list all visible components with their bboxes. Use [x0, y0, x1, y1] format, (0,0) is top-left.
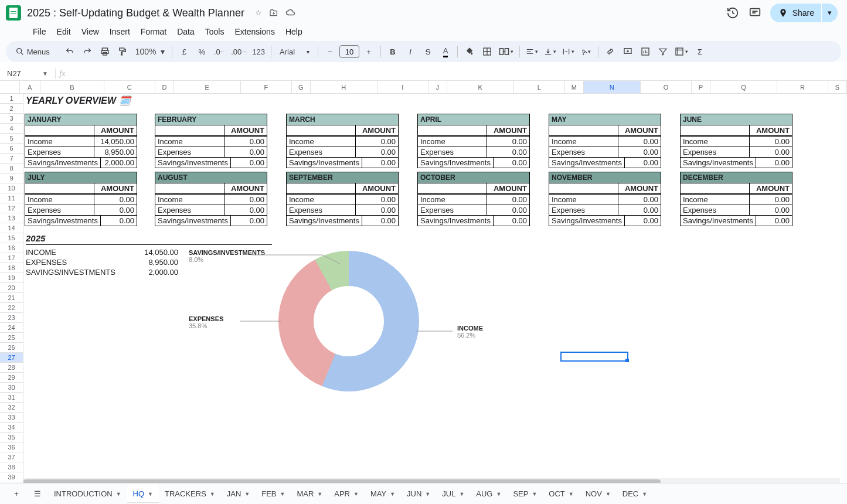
sheet-tab-sep[interactable]: SEP▼ — [507, 485, 543, 485]
row-header-27[interactable]: 27 — [0, 353, 23, 363]
row-header-32[interactable]: 32 — [0, 403, 23, 413]
search-menus[interactable]: Menus — [13, 43, 52, 60]
row-header-26[interactable]: 26 — [0, 343, 23, 353]
font-select[interactable]: Arial▾ — [275, 43, 314, 60]
font-size-input[interactable]: 10 — [339, 45, 359, 58]
sheet-tab-mar[interactable]: MAR▼ — [291, 485, 328, 485]
col-header-P[interactable]: P — [692, 81, 710, 93]
name-box[interactable]: N27 — [5, 69, 39, 78]
sheet-tab-aug[interactable]: AUG▼ — [470, 485, 507, 485]
link-button[interactable] — [602, 43, 618, 60]
row-header-10[interactable]: 10 — [0, 183, 23, 193]
row-header-1[interactable]: 1 — [0, 94, 23, 104]
menu-file[interactable]: File — [28, 25, 51, 39]
row-header-30[interactable]: 30 — [0, 383, 23, 393]
col-header-D[interactable]: D — [155, 81, 174, 93]
row-header-18[interactable]: 18 — [0, 263, 23, 273]
col-header-F[interactable]: F — [241, 81, 292, 93]
row-header-22[interactable]: 22 — [0, 303, 23, 313]
row-header-6[interactable]: 6 — [0, 144, 23, 154]
row-header-9[interactable]: 9 — [0, 173, 23, 183]
row-header-5[interactable]: 5 — [0, 134, 23, 144]
sheet-tab-hq[interactable]: HQ▼ — [127, 485, 159, 485]
col-header-I[interactable]: I — [377, 81, 428, 93]
sheet-tab-oct[interactable]: OCT▼ — [543, 485, 579, 485]
merge-button[interactable]: ▾ — [496, 43, 516, 60]
row-header-25[interactable]: 25 — [0, 333, 23, 343]
bold-button[interactable]: B — [385, 43, 401, 60]
fill-color-button[interactable] — [461, 43, 478, 60]
more-formats-button[interactable]: 123 — [250, 43, 267, 60]
add-sheet-button[interactable]: + — [6, 483, 27, 486]
row-header-38[interactable]: 38 — [0, 462, 23, 472]
col-header-O[interactable]: O — [641, 81, 692, 93]
col-header-E[interactable]: E — [174, 81, 241, 93]
row-header-2[interactable]: 2 — [0, 104, 23, 114]
sheet-tab-jan[interactable]: JAN▼ — [221, 485, 256, 485]
decrease-decimal-button[interactable]: .0← — [211, 43, 227, 60]
row-header-16[interactable]: 16 — [0, 243, 23, 253]
col-header-R[interactable]: R — [777, 81, 828, 93]
rotate-button[interactable]: A▾ — [578, 43, 594, 60]
share-button[interactable]: Share — [770, 4, 821, 22]
col-header-C[interactable]: C — [104, 81, 155, 93]
name-box-caret[interactable]: ▼ — [39, 70, 52, 77]
decrease-font-button[interactable]: − — [322, 43, 338, 60]
sheets-logo[interactable] — [6, 5, 21, 21]
increase-font-button[interactable]: + — [360, 43, 377, 60]
col-header-Q[interactable]: Q — [710, 81, 777, 93]
strikethrough-button[interactable]: S — [420, 43, 436, 60]
sheet-tab-dec[interactable]: DEC▼ — [617, 485, 653, 485]
sheet-tab-apr[interactable]: APR▼ — [328, 485, 365, 485]
filter-button[interactable] — [655, 43, 671, 60]
sheet-tab-feb[interactable]: FEB▼ — [256, 485, 291, 485]
row-header-17[interactable]: 17 — [0, 253, 23, 263]
row-header-23[interactable]: 23 — [0, 313, 23, 323]
menu-tools[interactable]: Tools — [200, 25, 229, 39]
row-header-31[interactable]: 31 — [0, 393, 23, 403]
zoom-select[interactable]: 100% ▾ — [132, 43, 169, 60]
increase-decimal-button[interactable]: .00→ — [229, 43, 249, 60]
row-header-19[interactable]: 19 — [0, 273, 23, 283]
move-icon[interactable] — [269, 8, 278, 18]
menu-format[interactable]: Format — [136, 25, 171, 39]
row-header-13[interactable]: 13 — [0, 213, 23, 223]
star-icon[interactable]: ☆ — [255, 8, 262, 18]
sheet-tab-trackers[interactable]: TRACKERS▼ — [159, 485, 221, 485]
menu-extensions[interactable]: Extensions — [230, 25, 279, 39]
all-sheets-button[interactable]: ☰ — [27, 483, 48, 486]
history-icon[interactable] — [726, 6, 740, 20]
menu-data[interactable]: Data — [172, 25, 199, 39]
share-caret[interactable]: ▾ — [822, 4, 838, 22]
row-header-4[interactable]: 4 — [0, 124, 23, 134]
col-header-J[interactable]: J — [428, 81, 447, 93]
sheet-tab-jun[interactable]: JUN▼ — [401, 485, 436, 485]
row-header-12[interactable]: 12 — [0, 203, 23, 213]
sheet-tab-may[interactable]: MAY▼ — [365, 485, 401, 485]
menu-view[interactable]: View — [77, 25, 104, 39]
menu-insert[interactable]: Insert — [105, 25, 135, 39]
functions-button[interactable]: Σ — [692, 43, 708, 60]
col-header-S[interactable]: S — [828, 81, 847, 93]
redo-button[interactable] — [79, 43, 96, 60]
print-button[interactable] — [97, 43, 113, 60]
comment-icon[interactable] — [748, 6, 762, 20]
cloud-icon[interactable] — [285, 8, 296, 18]
row-header-29[interactable]: 29 — [0, 373, 23, 383]
col-header-K[interactable]: K — [447, 81, 514, 93]
undo-button[interactable] — [62, 43, 78, 60]
borders-button[interactable] — [479, 43, 495, 60]
insert-comment-button[interactable] — [620, 43, 636, 60]
row-header-21[interactable]: 21 — [0, 293, 23, 303]
menu-edit[interactable]: Edit — [52, 25, 76, 39]
text-color-button[interactable]: A — [437, 43, 454, 60]
currency-button[interactable]: £ — [176, 43, 192, 60]
row-header-35[interactable]: 35 — [0, 433, 23, 442]
filter-views-button[interactable]: ▾ — [672, 43, 690, 60]
row-header-11[interactable]: 11 — [0, 193, 23, 203]
select-all-cell[interactable] — [0, 81, 20, 93]
row-header-39[interactable]: 39 — [0, 472, 23, 482]
wrap-button[interactable]: ▾ — [560, 43, 577, 60]
row-header-3[interactable]: 3 — [0, 114, 23, 124]
col-header-L[interactable]: L — [514, 81, 565, 93]
